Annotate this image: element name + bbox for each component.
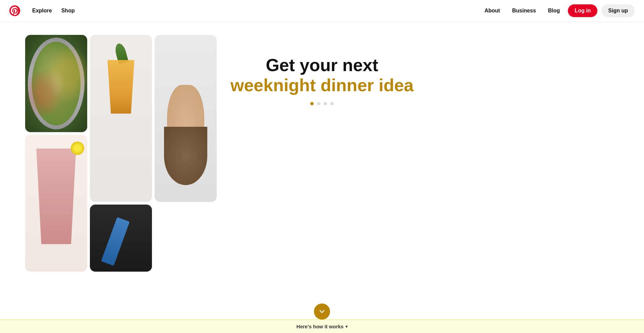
hero-text: Get your next weeknight dinner idea: [230, 55, 414, 105]
collage-image-person-cooking: [155, 35, 217, 202]
carousel-dot-3[interactable]: [324, 102, 327, 105]
carousel-dot-2[interactable]: [317, 102, 320, 105]
hero-line1: Get your next: [230, 55, 414, 75]
collage-image-blue-tool: [90, 205, 152, 272]
nav-explore[interactable]: Explore: [28, 5, 56, 16]
carousel-dot-1[interactable]: [310, 102, 314, 105]
how-it-works-label: Here's how it works: [297, 324, 343, 329]
nav-about[interactable]: About: [480, 5, 504, 16]
chevron-down-icon: [318, 308, 326, 316]
nav-blog[interactable]: Blog: [544, 5, 564, 16]
hero-section: Get your next weeknight dinner idea: [0, 0, 644, 333]
header-right: About Business Blog Log in Sign up: [480, 4, 635, 17]
header-nav: Explore Shop: [28, 5, 79, 16]
signup-button[interactable]: Sign up: [601, 4, 635, 17]
how-it-works-chevron: ▾: [345, 324, 347, 329]
collage-image-pink-drink: [25, 135, 87, 272]
header-left: Explore Shop: [9, 5, 79, 16]
header: Explore Shop About Business Blog Log in …: [0, 0, 644, 21]
bottom-bar: Here's how it works ▾: [0, 320, 644, 333]
collage-image-salad: [25, 35, 87, 132]
carousel-dot-4[interactable]: [330, 102, 334, 105]
collage-image-orange-drink: [90, 35, 152, 202]
scroll-down-button[interactable]: [314, 303, 330, 320]
image-collage: [0, 21, 228, 276]
nav-business[interactable]: Business: [508, 5, 540, 16]
login-button[interactable]: Log in: [568, 4, 597, 17]
nav-shop[interactable]: Shop: [57, 5, 79, 16]
pinterest-logo[interactable]: [9, 5, 20, 16]
how-it-works-button[interactable]: Here's how it works ▾: [297, 324, 347, 329]
hero-line2: weeknight dinner idea: [230, 75, 414, 95]
pinterest-icon: [9, 5, 20, 16]
carousel-dots: [230, 102, 414, 105]
